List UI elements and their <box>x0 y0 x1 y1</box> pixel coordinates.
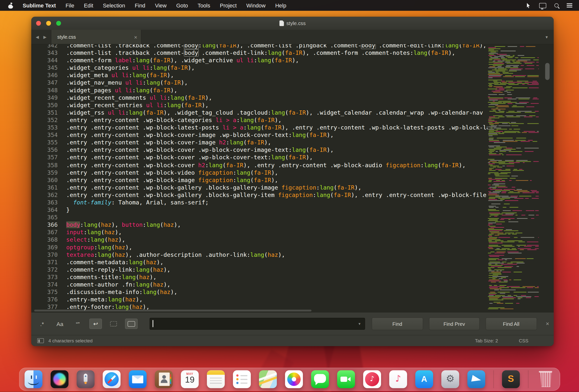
minimize-window-button[interactable] <box>46 21 51 26</box>
tab-nav-forward-icon[interactable]: ▶ <box>43 34 47 39</box>
tab-style-css[interactable]: style.css × <box>51 30 142 44</box>
menu-app-name[interactable]: Sublime Text <box>23 2 56 8</box>
code-line[interactable]: 348.widget_pages ul li:lang(fa-IR), <box>31 86 488 94</box>
code-line[interactable]: 351.widget_rss ul li:lang(fa-IR), .widge… <box>31 109 488 116</box>
menu-item-tools[interactable]: Tools <box>198 2 210 8</box>
window-titlebar[interactable]: style.css <box>31 17 554 30</box>
notes-icon[interactable] <box>207 370 225 388</box>
code-line[interactable]: 364} <box>31 206 488 214</box>
app-store-icon[interactable]: A <box>415 370 433 388</box>
minimap[interactable] <box>488 46 540 309</box>
highlight-matches-toggle[interactable] <box>125 318 138 329</box>
code-line[interactable]: 371.comment-metadata:lang(haz), <box>31 258 488 266</box>
code-line[interactable]: 343.comment-list .trackback .comment-bod… <box>31 49 488 57</box>
code-line[interactable]: 356.entry .entry-content .wp-block-cover… <box>31 146 488 154</box>
code-line[interactable]: 352.entry .entry-content .wp-block-categ… <box>31 116 488 124</box>
in-selection-toggle[interactable] <box>107 318 120 329</box>
close-find-panel-icon[interactable]: × <box>546 320 549 327</box>
music-icon[interactable]: ♪ <box>389 370 407 388</box>
wrap-toggle[interactable]: ↩ <box>89 318 102 329</box>
code-line[interactable]: 373.comments-title:lang(haz), <box>31 273 488 281</box>
code-line[interactable]: 359.entry .entry-content .wp-block-video… <box>31 169 488 176</box>
find-all-button[interactable]: Find All <box>486 317 537 330</box>
find-button[interactable]: Find <box>372 317 423 330</box>
menu-item-selection[interactable]: Selection <box>103 2 125 8</box>
code-line[interactable]: 349.widget_recent_comments ul li:lang(fa… <box>31 94 488 101</box>
reminders-icon[interactable] <box>233 370 251 388</box>
sublime-text-icon[interactable]: S <box>502 370 520 388</box>
code-line[interactable]: 361.entry .entry-content .wp-block-galle… <box>31 184 488 191</box>
code-line[interactable]: 367input:lang(haz), <box>31 229 488 236</box>
mail-icon[interactable] <box>129 370 146 388</box>
find-input[interactable]: ▼ <box>149 318 365 330</box>
find-history-dropdown-icon[interactable]: ▼ <box>358 322 361 326</box>
whole-word-toggle[interactable]: “” <box>72 318 84 329</box>
code-line[interactable]: 366body:lang(haz), button:lang(haz), <box>31 221 488 229</box>
tab-size-indicator[interactable]: Tab Size: 2 <box>475 338 498 343</box>
code-line[interactable]: 365 <box>31 214 488 221</box>
cursor-icon[interactable] <box>526 2 531 8</box>
menu-item-help[interactable]: Help <box>275 2 286 8</box>
menu-item-file[interactable]: File <box>66 2 74 8</box>
apple-menu-icon[interactable] <box>8 2 13 8</box>
itunes-icon[interactable]: ♪ <box>363 370 381 388</box>
code-line[interactable]: 376.entry-meta:lang(haz), <box>31 296 488 304</box>
facetime-icon[interactable] <box>337 370 355 388</box>
menu-item-find[interactable]: Find <box>135 2 145 8</box>
safari-icon[interactable] <box>103 370 121 388</box>
tab-overflow-icon[interactable]: ▼ <box>545 35 549 39</box>
contacts-icon[interactable] <box>155 370 173 388</box>
code-line[interactable]: 358.entry .entry-content .wp-block-cover… <box>31 161 488 169</box>
siri-icon[interactable] <box>51 370 69 388</box>
display-icon[interactable] <box>539 3 547 8</box>
launchpad-icon[interactable] <box>77 370 94 388</box>
tab-nav-back-icon[interactable]: ◀ <box>36 34 39 39</box>
messages-icon[interactable] <box>311 370 329 388</box>
code-line[interactable]: 370textarea:lang(haz), .author-descripti… <box>31 251 488 258</box>
calendar-icon[interactable]: MAY 19 <box>181 370 199 388</box>
close-window-button[interactable] <box>36 21 41 26</box>
regex-toggle[interactable]: .* <box>36 318 48 329</box>
case-sensitive-toggle[interactable]: Aa <box>54 318 66 329</box>
zoom-window-button[interactable] <box>56 21 61 26</box>
finder-icon[interactable] <box>25 370 42 388</box>
menu-item-view[interactable]: View <box>155 2 167 8</box>
code-line[interactable]: 345.widget_categories ul li:lang(fa-IR), <box>31 64 488 72</box>
menu-item-goto[interactable]: Goto <box>176 2 188 8</box>
control-center-icon[interactable] <box>567 3 573 8</box>
code-line[interactable]: 344.comment-form label:lang(fa-IR), .wid… <box>31 57 488 64</box>
telegram-icon[interactable] <box>467 370 485 388</box>
code-line[interactable]: 346.widget_meta ul li:lang(fa-IR), <box>31 72 488 79</box>
horizontal-scrollbar-thumb[interactable] <box>34 310 312 312</box>
spotlight-search-icon[interactable] <box>554 3 559 8</box>
menu-item-window[interactable]: Window <box>246 2 265 8</box>
code-line[interactable]: 375.discussion-meta-info:lang(haz), <box>31 289 488 296</box>
system-preferences-icon[interactable]: ⚙ <box>441 370 459 388</box>
code-line[interactable]: 347.widget_nav_menu ul li:lang(fa-IR), <box>31 79 488 86</box>
vertical-scrollbar-thumb[interactable] <box>545 63 550 80</box>
syntax-indicator[interactable]: CSS <box>519 338 528 343</box>
code-line[interactable]: 342.comment-list .trackback .comment-bod… <box>31 44 488 49</box>
menu-item-project[interactable]: Project <box>220 2 237 8</box>
code-line[interactable]: 368select:lang(haz), <box>31 236 488 244</box>
trash-icon[interactable] <box>537 370 554 388</box>
code-area[interactable]: 342.comment-list .trackback .comment-bod… <box>31 44 488 312</box>
tab-close-icon[interactable]: × <box>134 34 137 40</box>
code-line[interactable]: 360.entry .entry-content .wp-block-image… <box>31 176 488 184</box>
code-line[interactable]: 357.entry .entry-content .wp-block-cover… <box>31 154 488 161</box>
code-line[interactable]: 374.comment-author .fn:lang(haz), <box>31 281 488 289</box>
menu-item-edit[interactable]: Edit <box>84 2 93 8</box>
code-line[interactable]: 350.widget_recent_entries ul li:lang(fa-… <box>31 101 488 109</box>
code-line[interactable]: 372.comment-reply-link:lang(haz), <box>31 266 488 273</box>
code-editor[interactable]: 342.comment-list .trackback .comment-bod… <box>31 44 554 312</box>
maps-icon[interactable] <box>259 370 277 388</box>
code-line[interactable]: 362.entry .entry-content .wp-block-galle… <box>31 191 488 199</box>
code-line[interactable]: 354.entry .entry-content .wp-block-cover… <box>31 132 488 139</box>
code-line[interactable]: 353.entry .entry-content .wp-block-lates… <box>31 124 488 132</box>
find-prev-button[interactable]: Find Prev <box>429 317 480 330</box>
code-line[interactable]: 369optgroup:lang(haz), <box>31 244 488 251</box>
code-line[interactable]: 363 font-family: Tahoma, Arial, sans-ser… <box>31 199 488 206</box>
show-panel-icon[interactable] <box>37 338 44 343</box>
code-line[interactable]: 355.entry .entry-content .wp-block-cover… <box>31 139 488 146</box>
photos-icon[interactable] <box>285 370 303 388</box>
